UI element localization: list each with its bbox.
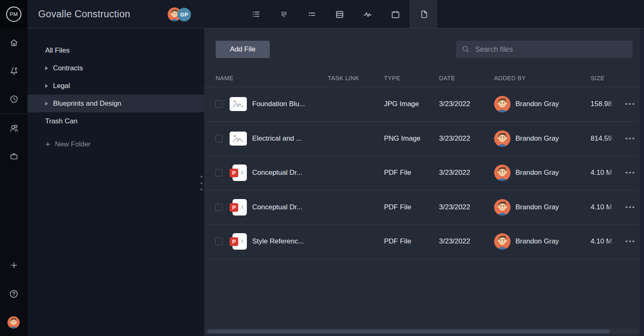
folder-item-label: Blueprints and Design: [53, 100, 121, 108]
search-box: [456, 41, 632, 58]
tab-activity-view[interactable]: [354, 0, 382, 28]
table-row[interactable]: P Conceptual Dr... PDF File 3/23/2022 Br…: [204, 190, 639, 225]
file-name: Electrical and ...: [252, 122, 302, 156]
pdf-file-icon: P: [230, 199, 247, 216]
rail-divider: [0, 114, 28, 114]
member-initials-badge: GP: [177, 8, 191, 21]
row-menu-button[interactable]: •••: [621, 122, 639, 156]
app-logo-button[interactable]: PM: [0, 0, 28, 28]
file-date: 3/23/2022: [439, 225, 470, 259]
new-folder-button[interactable]: + New Folder: [28, 135, 204, 153]
horizontal-scrollbar[interactable]: [205, 329, 639, 334]
row-menu-button[interactable]: •••: [621, 225, 639, 259]
file-name: Foundation Blu...: [252, 87, 305, 121]
folder-item-blueprints-and-design[interactable]: Blueprints and Design: [28, 95, 204, 112]
table-row[interactable]: P Style Referenc... PDF File 3/23/2022 B…: [204, 225, 639, 259]
project-members[interactable]: GP: [168, 7, 191, 22]
image-file-icon: [230, 97, 247, 111]
image-file-icon: [230, 132, 247, 146]
plus-icon: +: [45, 140, 51, 149]
scrollbar-thumb[interactable]: [207, 329, 610, 334]
file-type-icon: P: [229, 87, 247, 121]
file-size: 158.98: [591, 87, 614, 121]
column-header-name: NAME: [216, 70, 234, 87]
tab-list-view[interactable]: [242, 0, 270, 28]
caret-right-icon: [45, 84, 49, 88]
tab-calendar-view[interactable]: [382, 0, 409, 28]
nav-rail: [0, 28, 28, 336]
column-header-size: SIZE: [591, 70, 605, 87]
tab-board-view[interactable]: [270, 0, 298, 28]
caret-right-icon: [45, 102, 49, 106]
folder-panel: All Files Contracts Legal Blueprints and…: [28, 28, 204, 336]
row-menu-button[interactable]: •••: [621, 87, 639, 121]
tab-files-view[interactable]: [409, 0, 437, 28]
row-checkbox[interactable]: [215, 100, 223, 108]
row-checkbox[interactable]: [215, 238, 223, 245]
file-date: 3/23/2022: [439, 156, 470, 190]
pdf-badge: P: [230, 203, 238, 212]
table-row[interactable]: P Electrical and ... PNG Image 3/23/2022…: [204, 122, 639, 156]
added-by-avatar: [494, 225, 511, 259]
portfolio-icon[interactable]: [0, 148, 28, 165]
file-type-icon: P: [229, 122, 247, 156]
file-date: 3/23/2022: [439, 122, 470, 156]
pm-logo-icon: PM: [6, 7, 21, 22]
column-header-date: DATE: [439, 70, 455, 87]
file-size: 4.10 M: [591, 225, 614, 259]
topbar: PM Govalle Construction GP: [0, 0, 644, 28]
home-icon[interactable]: [0, 35, 28, 51]
folder-item-trash-can[interactable]: Trash Can: [28, 112, 204, 130]
table-row[interactable]: P Foundation Blu... JPG Image 3/23/2022 …: [204, 87, 639, 122]
pdf-file-icon: P: [230, 165, 247, 181]
row-menu-button[interactable]: •••: [621, 190, 639, 225]
file-type: JPG Image: [384, 87, 419, 121]
new-folder-label: New Folder: [55, 140, 91, 148]
current-user-avatar[interactable]: [7, 316, 20, 329]
file-type: PNG Image: [384, 122, 421, 156]
file-size: 4.10 M: [591, 156, 614, 190]
row-checkbox[interactable]: [215, 135, 223, 142]
file-type-icon: P: [229, 156, 247, 190]
file-size: 4.10 M: [591, 190, 614, 225]
column-header-added-by: ADDED BY: [494, 70, 526, 87]
folder-item-contracts[interactable]: Contracts: [28, 59, 204, 77]
row-checkbox[interactable]: [215, 204, 223, 211]
row-menu-button[interactable]: •••: [621, 156, 639, 190]
column-header-task-link: TASK LINK: [328, 70, 359, 87]
right-gutter: [640, 28, 644, 336]
search-input[interactable]: [470, 41, 632, 58]
view-tabs: [242, 0, 437, 28]
panel-resize-handle[interactable]: [199, 176, 204, 190]
folder-item-label: Contracts: [53, 64, 83, 72]
file-date: 3/23/2022: [439, 87, 470, 121]
table-row[interactable]: P Conceptual Dr... PDF File 3/23/2022 Br…: [204, 156, 639, 190]
file-table: P Foundation Blu... JPG Image 3/23/2022 …: [204, 87, 639, 259]
folder-item-all-files[interactable]: All Files: [28, 42, 204, 59]
team-icon[interactable]: [0, 120, 28, 136]
tab-sheet-view[interactable]: [326, 0, 354, 28]
added-by-avatar: [494, 156, 511, 190]
added-by-name: Brandon Gray: [515, 87, 559, 121]
file-type: PDF File: [384, 190, 411, 225]
added-by-avatar: [494, 122, 511, 156]
added-by-name: Brandon Gray: [515, 122, 559, 156]
add-icon[interactable]: [0, 257, 28, 273]
add-file-button[interactable]: Add File: [216, 41, 270, 58]
added-by-avatar: [494, 190, 511, 225]
file-type: PDF File: [384, 156, 411, 190]
notifications-icon[interactable]: [0, 63, 28, 79]
pdf-badge: P: [230, 169, 238, 177]
table-header: NAME TASK LINK TYPE DATE ADDED BY SIZE: [204, 70, 639, 87]
help-icon[interactable]: [0, 285, 28, 302]
app-window: PM Govalle Construction GP: [0, 0, 644, 336]
file-name: Style Referenc...: [252, 225, 304, 259]
added-by-avatar: [494, 87, 511, 121]
file-size: 814.59: [591, 122, 614, 156]
row-checkbox[interactable]: [215, 169, 223, 176]
tab-gantt-view[interactable]: [298, 0, 326, 28]
file-name: Conceptual Dr...: [252, 156, 302, 190]
file-type-icon: P: [229, 225, 247, 259]
folder-item-legal[interactable]: Legal: [28, 77, 204, 95]
recent-icon[interactable]: [0, 91, 28, 107]
